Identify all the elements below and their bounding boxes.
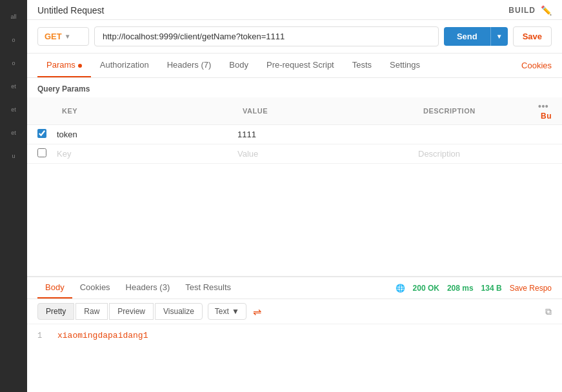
response-content: 1 xiaomingdapaidang1 bbox=[27, 324, 562, 392]
tab-authorization[interactable]: Authorization bbox=[91, 54, 158, 77]
placeholder-value: Value bbox=[237, 149, 258, 159]
status-code: 200 OK bbox=[413, 284, 439, 293]
query-params-section: Query Params KEY VALUE DESCRIPTION ••• B… bbox=[27, 78, 562, 276]
value-cell: 1111 bbox=[232, 125, 413, 144]
response-tab-headers[interactable]: Headers (3) bbox=[118, 277, 178, 299]
placeholder-checkbox-cell bbox=[27, 144, 52, 164]
main-panel: Untitled Request BUILD ✏️ GET ▼ Send ▼ S… bbox=[27, 0, 562, 392]
send-dropdown-button[interactable]: ▼ bbox=[490, 27, 508, 46]
title-bar-left: Untitled Request bbox=[37, 5, 105, 15]
params-dot bbox=[78, 64, 82, 68]
more-options-icon[interactable]: ••• bbox=[538, 101, 548, 112]
build-button[interactable]: BUILD bbox=[508, 6, 536, 15]
send-button[interactable]: Send bbox=[444, 27, 490, 46]
desc-cell bbox=[413, 125, 528, 144]
placeholder-checkbox[interactable] bbox=[37, 148, 46, 157]
tab-settings[interactable]: Settings bbox=[381, 54, 429, 77]
cookies-link[interactable]: Cookies bbox=[521, 61, 552, 70]
response-status-group: 🌐 200 OK 208 ms 134 B Save Respo bbox=[396, 284, 552, 293]
placeholder-more-cell bbox=[528, 144, 562, 164]
sidebar-item-1[interactable]: o bbox=[0, 28, 27, 52]
row-checkbox[interactable] bbox=[37, 129, 46, 138]
preview-button[interactable]: Preview bbox=[109, 303, 154, 320]
sidebar: all o o et et et u bbox=[0, 0, 27, 392]
response-value: xiaomingdapaidang1 bbox=[57, 331, 148, 340]
row-checkbox-cell bbox=[27, 125, 52, 144]
checkbox-header bbox=[27, 97, 52, 125]
wrap-icon[interactable]: ⇌ bbox=[253, 306, 261, 318]
sidebar-item-4[interactable]: et bbox=[0, 98, 27, 121]
save-button[interactable]: Save bbox=[513, 26, 552, 46]
key-header: KEY bbox=[52, 97, 232, 125]
request-tabs-row: Params Authorization Headers (7) Body Pr… bbox=[27, 54, 562, 78]
raw-button[interactable]: Raw bbox=[75, 303, 108, 320]
save-response-link[interactable]: Save Respo bbox=[510, 284, 552, 293]
tab-prerequest[interactable]: Pre-request Script bbox=[257, 54, 343, 77]
sidebar-item-6[interactable]: u bbox=[0, 144, 27, 168]
request-title: Untitled Request bbox=[37, 5, 105, 15]
tab-tests[interactable]: Tests bbox=[343, 54, 381, 77]
copy-icon[interactable]: ⧉ bbox=[545, 306, 552, 317]
bulk-edit-link[interactable]: Bu bbox=[541, 112, 552, 121]
pencil-icon[interactable]: ✏️ bbox=[541, 5, 552, 15]
row-more-cell bbox=[528, 125, 562, 144]
placeholder-key-cell[interactable]: Key bbox=[52, 144, 232, 164]
response-section: Body Cookies Headers (3) Test Results 🌐 … bbox=[27, 276, 562, 392]
send-btn-group: Send ▼ bbox=[444, 27, 508, 46]
tab-body[interactable]: Body bbox=[220, 54, 257, 77]
globe-icon: 🌐 bbox=[396, 284, 405, 293]
url-input[interactable] bbox=[94, 26, 439, 46]
table-row: token 1111 bbox=[27, 125, 562, 144]
title-bar: Untitled Request BUILD ✏️ bbox=[27, 0, 562, 20]
params-table: KEY VALUE DESCRIPTION ••• Bu token bbox=[27, 97, 562, 164]
table-row-placeholder: Key Value Description bbox=[27, 144, 562, 164]
response-tab-cookies[interactable]: Cookies bbox=[72, 277, 118, 299]
desc-header: DESCRIPTION bbox=[413, 97, 528, 125]
pretty-button[interactable]: Pretty bbox=[37, 303, 74, 320]
text-dropdown-arrow: ▼ bbox=[232, 307, 239, 316]
response-tab-body[interactable]: Body bbox=[37, 277, 72, 299]
more-options-header: ••• Bu bbox=[528, 97, 562, 125]
sidebar-item-all[interactable]: all bbox=[0, 5, 27, 28]
placeholder-key: Key bbox=[57, 149, 71, 159]
placeholder-value-cell[interactable]: Value bbox=[232, 144, 413, 164]
param-value: 1111 bbox=[237, 130, 256, 139]
method-label: GET bbox=[45, 32, 62, 41]
placeholder-description: Description bbox=[418, 149, 460, 159]
line-number: 1 bbox=[37, 331, 42, 340]
visualize-button[interactable]: Visualize bbox=[155, 303, 203, 320]
response-toolbar: Pretty Raw Preview Visualize Text ▼ ⇌ ⧉ bbox=[27, 299, 562, 324]
status-size: 134 B bbox=[481, 284, 502, 293]
tab-headers[interactable]: Headers (7) bbox=[158, 54, 221, 77]
url-bar: GET ▼ Send ▼ Save bbox=[27, 20, 562, 54]
method-dropdown-arrow: ▼ bbox=[65, 33, 71, 40]
sidebar-item-5[interactable]: et bbox=[0, 121, 27, 144]
text-format-dropdown[interactable]: Text ▼ bbox=[208, 303, 246, 320]
response-tabs-row: Body Cookies Headers (3) Test Results 🌐 … bbox=[27, 277, 562, 299]
key-cell: token bbox=[52, 125, 232, 144]
status-time: 208 ms bbox=[447, 284, 474, 293]
title-bar-right: BUILD ✏️ bbox=[508, 5, 552, 15]
tab-params[interactable]: Params bbox=[37, 54, 91, 77]
value-header: VALUE bbox=[232, 97, 413, 125]
sidebar-item-3[interactable]: et bbox=[0, 75, 27, 98]
sidebar-item-2[interactable]: o bbox=[0, 52, 27, 75]
key-value: token bbox=[57, 130, 77, 139]
method-select[interactable]: GET ▼ bbox=[37, 27, 89, 46]
placeholder-desc-cell[interactable]: Description bbox=[413, 144, 528, 164]
query-params-title: Query Params bbox=[27, 78, 562, 97]
response-tab-test-results[interactable]: Test Results bbox=[177, 277, 239, 299]
